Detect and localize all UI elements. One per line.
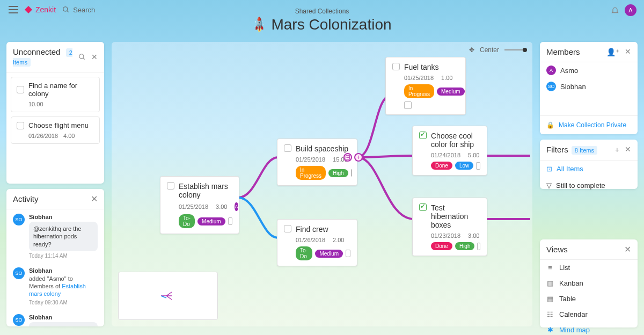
view-mindmap[interactable]: ✱Mind map xyxy=(540,322,638,335)
node-hibernation[interactable]: Test hibernation boxes 01/23/20183.00 Do… xyxy=(412,198,487,256)
assign-icon[interactable] xyxy=(476,162,480,170)
filters-count: 8 Items xyxy=(572,146,597,155)
close-icon[interactable]: ✕ xyxy=(624,245,631,254)
tag-done: Done xyxy=(431,162,452,170)
activity-user: Siobhan xyxy=(29,314,98,321)
close-icon[interactable]: ✕ xyxy=(91,53,98,61)
center-icon[interactable]: ✥ xyxy=(469,46,474,54)
members-header: Members 👤⁺ ✕ xyxy=(540,42,638,62)
view-calendar[interactable]: ☷Calendar xyxy=(540,307,638,322)
node-crew[interactable]: Find crew 01/26/20182.00 To-DoMedium xyxy=(277,219,357,266)
canvas-toolbar: ✥ Center xyxy=(469,46,526,54)
shared-label: Shared Collections xyxy=(252,8,391,15)
activity-user: Siobhan xyxy=(29,214,98,220)
unconnected-item[interactable]: Find a name for colony 10.00 xyxy=(11,77,100,112)
zoom-slider[interactable] xyxy=(504,49,526,50)
add-child-handle[interactable]: + xyxy=(354,153,363,162)
search-icon[interactable] xyxy=(78,53,86,61)
checkbox[interactable] xyxy=(284,144,291,152)
activity-time: Today 09:30 AM xyxy=(29,300,98,305)
avatar: SO xyxy=(13,267,25,279)
checkbox[interactable] xyxy=(17,86,24,93)
avatar: A xyxy=(235,202,238,211)
tag-inprogress: In Progress xyxy=(404,84,434,98)
user-avatar[interactable]: A xyxy=(625,4,636,16)
node-spaceship[interactable]: Build spaceship 01/25/201815.00 In Progr… xyxy=(277,139,357,186)
tag-high: High xyxy=(455,242,475,250)
search-label: Search xyxy=(73,6,95,14)
logo-icon xyxy=(25,6,32,13)
topbar-left: Zenkit Search xyxy=(9,5,95,14)
center-button[interactable]: Center xyxy=(480,46,499,54)
activity-title: Activity xyxy=(13,194,39,203)
kanban-icon: ▥ xyxy=(546,279,554,287)
member-row[interactable]: A Asmo xyxy=(540,62,638,78)
activity-text: added "Asmo" to Members of Establish mar… xyxy=(29,275,98,298)
activity-message: @zenkithq are the hibernation pods ready… xyxy=(29,222,98,251)
menu-icon[interactable] xyxy=(9,6,18,13)
collapse-handle[interactable]: ⊟ xyxy=(343,153,352,162)
assign-icon[interactable] xyxy=(228,217,232,225)
checkbox[interactable] xyxy=(284,225,291,232)
search-button[interactable]: Search xyxy=(62,6,95,14)
tag-medium: Medium xyxy=(315,250,343,258)
views-panel: Views ✕ ≡List ▥Kanban ▦Table ☷Calendar ✱… xyxy=(540,239,638,327)
list-icon: ≡ xyxy=(546,264,554,272)
svg-point-2 xyxy=(79,54,84,59)
mindmap-canvas[interactable]: ✥ Center Establish mars colony 01/25/201… xyxy=(112,42,532,326)
avatar: A xyxy=(546,65,556,75)
activity-item: SO Siobhan @zenkithq are the hibernation… xyxy=(6,209,104,263)
add-member-icon[interactable]: 👤⁺ xyxy=(606,48,619,56)
members-title: Members xyxy=(546,47,580,56)
tag-medium: Medium xyxy=(437,88,465,96)
activity-user: Siobhan xyxy=(29,267,98,274)
activity-item: SO Siobhan added "Asmo" to Members of Es… xyxy=(6,263,104,310)
views-header: Views ✕ xyxy=(540,239,638,260)
table-icon: ▦ xyxy=(546,295,554,303)
checkbox[interactable] xyxy=(167,182,174,190)
members-panel: Members 👤⁺ ✕ A Asmo SO Siobhan 🔒 Make Co… xyxy=(540,42,638,134)
close-icon[interactable]: ✕ xyxy=(91,195,98,203)
assign-icon[interactable] xyxy=(404,101,412,109)
checkbox[interactable] xyxy=(392,63,400,70)
calendar-icon: ☷ xyxy=(546,310,554,318)
make-private-button[interactable]: 🔒 Make Collection Private xyxy=(540,115,638,134)
view-list[interactable]: ≡List xyxy=(540,260,638,275)
checkbox[interactable] xyxy=(17,122,24,129)
rocket-icon: 🚀 xyxy=(250,16,269,34)
svg-line-1 xyxy=(67,11,69,12)
assign-icon[interactable] xyxy=(346,250,350,257)
assign-icon[interactable] xyxy=(477,243,480,250)
checkbox-checked[interactable] xyxy=(419,132,427,139)
add-filter-icon[interactable]: + xyxy=(615,145,619,154)
tag-done: Done xyxy=(431,242,452,250)
view-kanban[interactable]: ▥Kanban xyxy=(540,275,638,291)
minimap[interactable] xyxy=(118,272,218,320)
bell-icon[interactable] xyxy=(611,6,619,14)
checkbox-checked[interactable] xyxy=(419,203,427,211)
filters-title: Filters xyxy=(546,145,568,154)
views-title: Views xyxy=(546,245,568,254)
assign-icon[interactable] xyxy=(351,169,352,177)
tag-todo: To-Do xyxy=(179,214,195,228)
topbar-right: A xyxy=(611,4,636,16)
node-fuel[interactable]: Fuel tanks 01/25/20181.00 In ProgressMed… xyxy=(385,57,466,115)
tag-inprogress: In Progress xyxy=(296,166,326,180)
avatar: SO xyxy=(13,214,25,225)
close-icon[interactable]: ✕ xyxy=(625,48,631,56)
filter-icon: ⊡ xyxy=(546,165,552,173)
activity-panel: Activity ✕ SO Siobhan @zenkithq are the … xyxy=(6,189,104,326)
close-icon[interactable]: ✕ xyxy=(625,145,631,154)
unconnected-item[interactable]: Choose flight menu 01/26/20184.00 xyxy=(11,116,100,144)
filter-all-items[interactable]: ⊡All Items xyxy=(540,161,638,177)
app-logo[interactable]: Zenkit xyxy=(25,5,56,14)
svg-point-0 xyxy=(63,7,68,11)
minimap-icon xyxy=(160,290,176,301)
activity-header: Activity ✕ xyxy=(6,189,104,209)
activity-time: Today 11:14 AM xyxy=(29,253,98,259)
view-table[interactable]: ▦Table xyxy=(540,291,638,307)
member-row[interactable]: SO Siobhan xyxy=(540,78,638,94)
filter-still-to-complete[interactable]: ▽Still to complete xyxy=(540,177,638,194)
node-root[interactable]: Establish mars colony 01/25/20183.00A To… xyxy=(160,176,239,234)
node-color[interactable]: Choose cool color for ship 01/24/20185.0… xyxy=(412,126,487,176)
